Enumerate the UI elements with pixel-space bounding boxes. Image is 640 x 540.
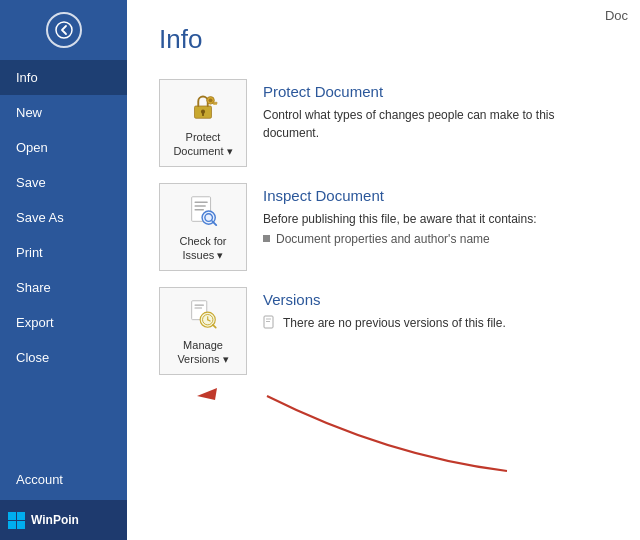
svg-rect-19 <box>195 304 204 305</box>
protect-document-content: Protect Document Control what types of c… <box>263 79 608 142</box>
sidebar-item-share[interactable]: Share <box>0 270 127 305</box>
svg-point-7 <box>209 98 213 102</box>
svg-rect-10 <box>213 103 214 104</box>
manage-versions-button[interactable]: ManageVersions ▾ <box>159 287 247 375</box>
winpoint-label: WinPoin <box>31 513 79 527</box>
inspect-sub-text: Document properties and author's name <box>276 232 490 246</box>
svg-point-0 <box>56 22 72 38</box>
inspect-document-card: Check forIssues ▾ Inspect Document Befor… <box>159 183 608 271</box>
sidebar-item-open[interactable]: Open <box>0 130 127 165</box>
sidebar-item-save[interactable]: Save <box>0 165 127 200</box>
svg-rect-26 <box>264 316 273 328</box>
winpoint-bar: WinPoin <box>0 500 127 540</box>
versions-card: ManageVersions ▾ Versions There are no p… <box>159 287 608 375</box>
manage-versions-label: ManageVersions ▾ <box>177 338 228 367</box>
sidebar-item-close[interactable]: Close <box>0 340 127 375</box>
sidebar: Info New Open Save Save As Print Share E… <box>0 0 127 540</box>
svg-rect-13 <box>195 205 206 206</box>
check-issues-button[interactable]: Check forIssues ▾ <box>159 183 247 271</box>
inspect-document-desc: Before publishing this file, be aware th… <box>263 210 608 228</box>
svg-rect-14 <box>195 209 204 210</box>
arrow-annotation <box>187 376 527 480</box>
sidebar-item-info[interactable]: Info <box>0 60 127 95</box>
page-title: Info <box>159 24 608 55</box>
protect-document-label: ProtectDocument ▾ <box>173 130 232 159</box>
sidebar-item-print[interactable]: Print <box>0 235 127 270</box>
svg-rect-12 <box>195 201 208 202</box>
sidebar-item-new[interactable]: New <box>0 95 127 130</box>
inspect-document-sub: Document properties and author's name <box>263 232 608 246</box>
titlebar-doc-label: Doc <box>605 8 628 23</box>
versions-title: Versions <box>263 291 608 308</box>
bullet-icon <box>263 235 270 242</box>
protect-document-button[interactable]: ProtectDocument ▾ <box>159 79 247 167</box>
svg-line-25 <box>213 325 216 328</box>
svg-rect-9 <box>215 103 216 104</box>
inspect-document-content: Inspect Document Before publishing this … <box>263 183 608 246</box>
versions-desc: There are no previous versions of this f… <box>263 314 608 332</box>
sidebar-item-save-as[interactable]: Save As <box>0 200 127 235</box>
protect-document-title: Protect Document <box>263 83 608 100</box>
sidebar-item-account[interactable]: Account <box>0 462 127 497</box>
check-issues-icon <box>185 192 221 228</box>
back-circle-icon <box>46 12 82 48</box>
windows-logo-icon <box>8 512 25 529</box>
manage-versions-icon <box>185 296 221 332</box>
svg-rect-8 <box>212 102 217 103</box>
svg-marker-29 <box>197 388 217 400</box>
svg-rect-5 <box>202 112 204 115</box>
inspect-document-title: Inspect Document <box>263 187 608 204</box>
protect-document-desc: Control what types of changes people can… <box>263 106 608 142</box>
versions-content: Versions There are no previous versions … <box>263 287 608 332</box>
protect-document-icon <box>185 88 221 124</box>
main-content: Doc Info <box>127 0 640 540</box>
protect-document-card: ProtectDocument ▾ Protect Document Contr… <box>159 79 608 167</box>
check-issues-label: Check forIssues ▾ <box>179 234 226 263</box>
svg-rect-20 <box>195 307 203 308</box>
svg-line-17 <box>212 221 216 225</box>
sidebar-item-export[interactable]: Export <box>0 305 127 340</box>
versions-icon-small <box>263 315 277 329</box>
back-button[interactable] <box>0 0 127 60</box>
